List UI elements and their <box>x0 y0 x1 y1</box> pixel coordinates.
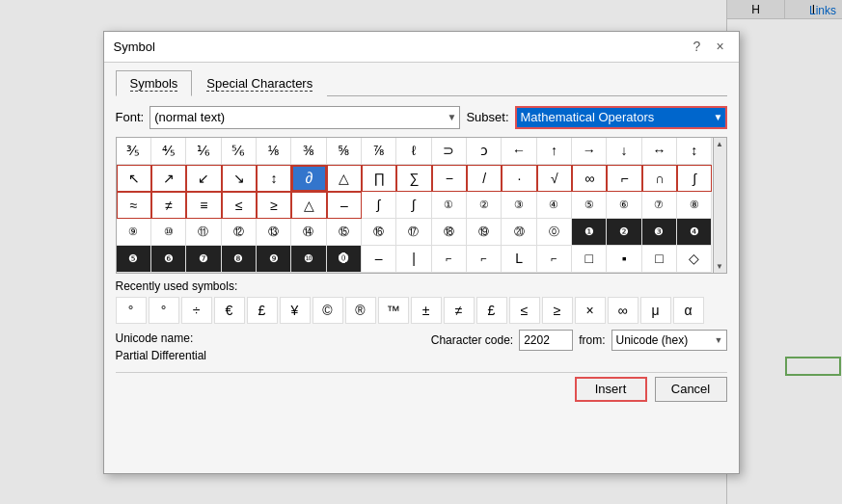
sym-cell[interactable]: ↙ <box>186 165 221 192</box>
recent-sym[interactable]: ÷ <box>181 297 212 324</box>
recent-sym[interactable]: ¥ <box>280 297 311 324</box>
sym-cell[interactable]: ↑ <box>537 138 572 165</box>
sym-cell[interactable]: ⑱ <box>432 219 467 246</box>
sym-cell[interactable]: ⅗ <box>117 138 151 165</box>
sym-cell[interactable]: ∑ <box>396 165 431 192</box>
sym-cell[interactable]: □ <box>572 246 607 273</box>
sym-cell[interactable]: ⑯ <box>362 219 396 246</box>
sym-cell[interactable]: ⑰ <box>396 219 431 246</box>
sym-cell[interactable]: ⅘ <box>151 138 186 165</box>
sym-cell[interactable]: / <box>467 165 502 192</box>
sym-cell[interactable]: ↓ <box>607 138 641 165</box>
sym-cell[interactable]: ❽ <box>222 246 257 273</box>
sym-cell[interactable]: ⌐ <box>537 246 572 273</box>
sym-cell[interactable]: ⅚ <box>222 138 257 165</box>
sym-cell[interactable]: ∫ <box>677 165 712 192</box>
sym-cell[interactable]: ɔ <box>467 138 502 165</box>
sym-cell[interactable]: ⑮ <box>327 219 362 246</box>
sym-cell[interactable]: ≥ <box>257 192 291 219</box>
scroll-up-arrow[interactable]: ▲ <box>716 140 723 148</box>
recent-sym[interactable]: ° <box>149 297 179 324</box>
sym-cell[interactable]: ❹ <box>677 219 712 246</box>
sym-cell[interactable]: ① <box>432 192 467 219</box>
sym-cell[interactable]: ❸ <box>642 219 677 246</box>
recent-sym[interactable]: ™ <box>378 297 409 324</box>
recent-sym[interactable]: © <box>312 297 343 324</box>
sym-cell[interactable]: · <box>502 165 536 192</box>
sym-cell[interactable]: ⓿ <box>327 246 362 273</box>
sym-cell[interactable]: △ <box>291 192 326 219</box>
sym-cell[interactable]: ⑲ <box>467 219 502 246</box>
recent-sym[interactable]: ≥ <box>542 297 573 324</box>
sym-cell[interactable]: ⑨ <box>117 219 151 246</box>
sym-cell[interactable]: ↖ <box>117 165 151 192</box>
from-select[interactable]: Unicode (hex) <box>611 330 727 351</box>
sym-cell[interactable]: ↕ <box>257 165 291 192</box>
sym-cell[interactable]: ← <box>502 138 536 165</box>
sym-cell[interactable]: □ <box>642 246 677 273</box>
scroll-down-arrow[interactable]: ▼ <box>716 262 723 271</box>
sym-cell[interactable]: ⅙ <box>186 138 221 165</box>
sym-cell[interactable]: ⅞ <box>362 138 396 165</box>
sym-cell[interactable]: ≡ <box>186 192 221 219</box>
sym-cell[interactable]: ↗ <box>151 165 186 192</box>
sym-cell[interactable]: ③ <box>502 192 536 219</box>
sym-cell[interactable]: ≠ <box>151 192 186 219</box>
recent-sym[interactable]: ≤ <box>509 297 540 324</box>
sym-cell[interactable]: ⅛ <box>257 138 291 165</box>
sym-cell[interactable]: – <box>362 246 396 273</box>
recent-sym[interactable]: ® <box>345 297 376 324</box>
sym-cell[interactable]: → <box>572 138 607 165</box>
help-button[interactable]: ? <box>689 38 706 55</box>
sym-cell[interactable]: ❾ <box>257 246 291 273</box>
sym-cell-selected[interactable]: ∂ <box>291 165 326 192</box>
sym-cell[interactable]: ⌐ <box>432 246 467 273</box>
recent-sym[interactable]: ° <box>116 297 147 324</box>
sym-cell[interactable]: ⌐ <box>607 165 641 192</box>
sym-cell[interactable]: ❷ <box>607 219 641 246</box>
sym-cell[interactable]: √ <box>537 165 572 192</box>
sym-cell[interactable]: ❶ <box>572 219 607 246</box>
subset-select[interactable]: Mathematical Operators <box>515 106 727 129</box>
recent-sym[interactable]: ∞ <box>608 297 638 324</box>
sym-cell[interactable]: – <box>327 192 362 219</box>
sym-cell[interactable]: ④ <box>537 192 572 219</box>
sym-cell[interactable]: ℓ <box>396 138 431 165</box>
cancel-button[interactable]: Cancel <box>655 377 727 402</box>
sym-cell[interactable]: ⑩ <box>151 219 186 246</box>
sym-cell[interactable]: ◇ <box>677 246 712 273</box>
close-button[interactable]: × <box>712 38 729 55</box>
tab-symbols[interactable]: Symbols <box>116 70 193 96</box>
sym-cell[interactable]: ▪ <box>607 246 641 273</box>
sym-cell[interactable]: △ <box>327 165 362 192</box>
sym-cell[interactable]: ❻ <box>151 246 186 273</box>
sym-cell[interactable]: ⓪ <box>537 219 572 246</box>
sym-cell[interactable]: ∫ <box>396 192 431 219</box>
sym-cell[interactable]: ⑧ <box>677 192 712 219</box>
recent-sym[interactable]: £ <box>476 297 507 324</box>
sym-cell[interactable]: ⌐ <box>467 246 502 273</box>
sym-cell[interactable]: ⑫ <box>222 219 257 246</box>
sym-cell[interactable]: ⑬ <box>257 219 291 246</box>
char-code-input[interactable] <box>519 330 573 351</box>
sym-cell[interactable]: ⑪ <box>186 219 221 246</box>
sym-cell[interactable]: ↕ <box>677 138 712 165</box>
sym-cell[interactable]: ↘ <box>222 165 257 192</box>
sym-cell[interactable]: ⑳ <box>502 219 536 246</box>
recent-sym[interactable]: × <box>575 297 606 324</box>
sym-cell[interactable]: ⑥ <box>607 192 641 219</box>
recent-sym[interactable]: μ <box>640 297 671 324</box>
sym-cell[interactable]: ② <box>467 192 502 219</box>
sym-cell[interactable]: ❺ <box>117 246 151 273</box>
sym-cell[interactable]: ≤ <box>222 192 257 219</box>
sym-cell[interactable]: ≈ <box>117 192 151 219</box>
sym-cell[interactable]: ❿ <box>291 246 326 273</box>
sym-cell[interactable]: ↔ <box>642 138 677 165</box>
recent-sym[interactable]: α <box>673 297 704 324</box>
sym-cell[interactable]: ∩ <box>642 165 677 192</box>
sym-cell[interactable]: ∏ <box>362 165 396 192</box>
sym-cell[interactable]: − <box>432 165 467 192</box>
recent-sym[interactable]: £ <box>247 297 278 324</box>
sym-cell[interactable]: | <box>396 246 431 273</box>
recent-sym[interactable]: ± <box>411 297 442 324</box>
